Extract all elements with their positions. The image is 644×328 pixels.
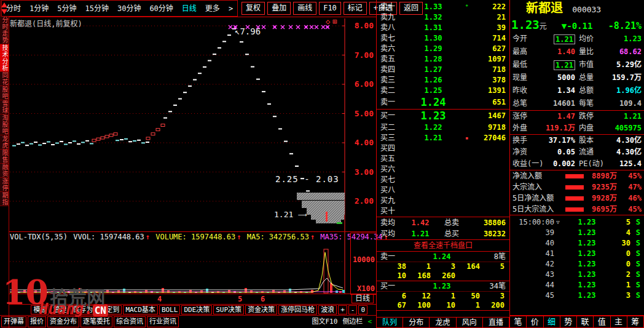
sidebar-tab[interactable]: 技术分析 (0, 44, 9, 72)
period-item[interactable]: 日线 (178, 1, 201, 16)
sidebar-tab[interactable]: 融资 (0, 164, 9, 178)
period-item[interactable]: 60分钟 (145, 1, 177, 16)
indicator-button[interactable]: 涨停回马枪 (278, 305, 317, 314)
tick-row: 40 1.2330 S (510, 238, 644, 249)
stat-row: 外盘119.1万 内盘405975 (510, 122, 644, 134)
indicator-button[interactable]: MACD基本 (123, 305, 158, 314)
chart-corner-icons[interactable]: ◇⊞ (326, 17, 339, 26)
indicator-button[interactable]: DDE决策 (181, 305, 212, 314)
tick-row: 39 1.234 S (510, 228, 644, 238)
chart-canvas[interactable]: 8.007.006.005.004.003.002.00 (9, 17, 376, 294)
quote-tab[interactable]: 笔 (509, 316, 527, 328)
sell-level-row[interactable]: 卖九1.3221 (377, 12, 509, 23)
indicator-button[interactable]: 资金决策 (245, 305, 277, 314)
zoom-button[interactable]: + (338, 305, 347, 314)
info-button[interactable]: 逐笔委托 (80, 316, 112, 327)
indicator-button[interactable]: 管理 (50, 305, 69, 314)
sidebar-tab[interactable]: 龙虎 (0, 135, 9, 150)
sidebar-tab[interactable]: 股吧 (0, 86, 9, 100)
info-button[interactable]: 资金分布 (47, 316, 79, 327)
sell-level-row[interactable]: 卖三1.26378 (377, 75, 509, 86)
sell-level-row[interactable]: 卖十1.33*222 (377, 2, 509, 12)
order-book-tab[interactable]: 队列 (376, 317, 403, 328)
flow-row: 5日净流入额 9928万 46% (510, 193, 644, 204)
level2-link[interactable]: 查看全速千档盘口 (377, 239, 509, 252)
info-button[interactable]: 综合资讯 (114, 316, 146, 327)
period-item[interactable]: 15分钟 (80, 1, 112, 16)
zoom-button[interactable]: - (348, 305, 358, 314)
sell-level-row[interactable]: 卖七1.30714 (377, 33, 509, 44)
sidebar-tab[interactable]: 分时走势 (0, 17, 9, 44)
order-book-tab[interactable]: 直播 (482, 317, 509, 328)
diamond-icon[interactable]: ◇ (326, 17, 332, 26)
indicator-button[interactable]: SUP决策 (213, 305, 244, 314)
sidebar-tab[interactable]: 雪球 (0, 100, 9, 114)
ma5-value: MA5: 342756.53 (247, 233, 309, 241)
buy-level-row[interactable]: 买一1.231467 (377, 110, 509, 122)
date-axis[interactable]: 日线 456 (9, 294, 376, 304)
period-item[interactable]: 30分钟 (113, 1, 145, 16)
indicator-button[interactable]: 保存为 (70, 305, 95, 314)
buy-level-row[interactable]: 买五 (377, 154, 509, 164)
indicator-button[interactable]: 波浪 (318, 305, 337, 314)
toolbar-button[interactable]: F10 (319, 2, 341, 15)
sidebar-tab[interactable]: 淘股吧 (0, 114, 9, 135)
sell-level-row[interactable]: 卖五1.281097 (377, 54, 509, 65)
buy-level-row[interactable]: 买三1.21▪27046 (377, 133, 509, 143)
info-button[interactable]: 开弹幕 (1, 316, 26, 327)
toolbar-button[interactable]: 复权 (242, 2, 265, 15)
volume-unit-label: X100 (357, 284, 375, 293)
sidebar-tab[interactable]: 同花 (0, 72, 9, 86)
buy-level-row[interactable]: 买二1.229718 (377, 122, 509, 133)
quote-tab[interactable]: 势 (560, 316, 577, 328)
sell-level-row[interactable]: 卖四1.27718 (377, 65, 509, 75)
zoom-button[interactable]: 0 (358, 305, 367, 314)
period-box[interactable]: 日线 (351, 294, 374, 303)
grid-icon[interactable]: ⊞ (332, 17, 339, 26)
stock-name[interactable]: 新都退 (526, 1, 563, 15)
quote-tab[interactable]: 价 (526, 316, 543, 328)
tick-list[interactable]: 15:00:00▽ 1.235 S 39 1.234 S 40 1.2330 S… (510, 217, 644, 301)
quote-tab[interactable]: 细 (543, 316, 560, 328)
buy-level-row[interactable]: 买九 (377, 196, 509, 206)
buy-level-row[interactable]: 买八 (377, 185, 509, 196)
sidebar-tab[interactable]: 限售 (0, 150, 9, 164)
indicator-button[interactable]: 绑定到 (96, 305, 122, 314)
info-button[interactable]: 行业资讯 (147, 316, 179, 327)
buy-level-row[interactable]: 买十 (377, 206, 509, 217)
buy-level-row[interactable]: 买六 (377, 164, 509, 175)
order-book-tab[interactable]: 分布 (402, 317, 430, 328)
panel-toggle-button[interactable]: 图文F10 (310, 317, 340, 327)
indicator-button[interactable]: BOLL (159, 305, 181, 314)
scroll-spinner-icon[interactable] (0, 0, 1, 17)
quote-tab[interactable]: 筹 (627, 316, 644, 328)
toolbar-button[interactable]: 画线 (293, 2, 316, 15)
period-item[interactable]: > (224, 1, 237, 16)
tick-row: 44 1.231 S (510, 280, 644, 290)
sidebar-tab[interactable]: 期指 (0, 192, 9, 206)
buy-level-row[interactable]: 买四 (377, 143, 509, 154)
indicator-name[interactable]: VOL-TDX(5,35) (10, 233, 68, 241)
buy-level-row[interactable]: 买七 (377, 175, 509, 185)
toolbar-button[interactable]: 标记 (344, 2, 367, 15)
indicator-button[interactable]: 模板 (31, 305, 49, 314)
info-button[interactable]: 报价 (28, 316, 46, 327)
quote-tab[interactable]: 值 (593, 316, 610, 328)
sell-level-row[interactable]: 卖八1.3139 (377, 23, 509, 33)
toolbar-button[interactable]: 叠加 (267, 2, 291, 15)
panel-toggle-button[interactable]: 侧边栏 (340, 317, 364, 327)
period-item[interactable]: 1分钟 (25, 1, 53, 16)
order-book-tab[interactable]: 龙虎 (429, 317, 456, 328)
period-item[interactable]: 5分钟 (53, 1, 80, 16)
sidebar-tab[interactable]: 涨停 (0, 178, 9, 192)
order-book-tab[interactable]: 风向 (456, 317, 483, 328)
sell-level-row[interactable]: 卖六1.29627 (377, 44, 509, 54)
quote-tab[interactable]: 主 (610, 316, 627, 328)
period-item[interactable]: 更多 (201, 1, 224, 16)
quote-tab[interactable]: 联 (576, 316, 594, 328)
sell-level-row[interactable]: 卖二1.251391 (377, 86, 509, 96)
svg-text:5.00: 5.00 (355, 109, 374, 118)
panel-toggle-button[interactable]: < (366, 317, 374, 327)
sell-level-row[interactable]: 卖一1.24651 (377, 96, 509, 109)
queue-lot: 3 (431, 262, 455, 271)
